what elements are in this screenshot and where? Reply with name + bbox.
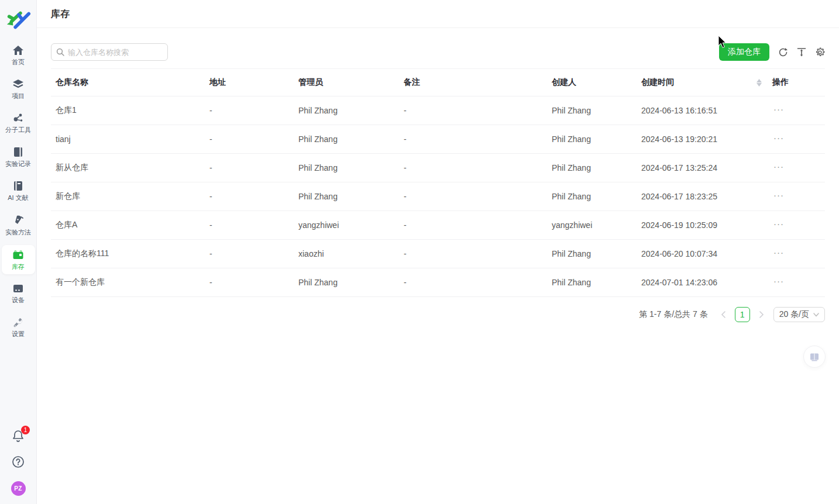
cell-creator: Phil Zhang (547, 192, 637, 201)
row-more-actions-button[interactable]: ··· (772, 219, 784, 232)
manual-book-icon (809, 353, 820, 361)
cell-created-time: 2024-06-17 18:23:25 (637, 192, 768, 201)
col-header-address: 地址 (205, 77, 294, 88)
cell-manager: xiaozhi (294, 249, 399, 258)
cell-created-time: 2024-06-20 10:07:34 (637, 249, 768, 258)
col-header-actions: 操作 (768, 77, 825, 88)
sidebar-item-ai-literature[interactable]: AI 文献 (2, 177, 35, 205)
table-header-row: 仓库名称 地址 管理员 备注 创建人 创建时间 操作 (51, 69, 825, 96)
cell-creator: Phil Zhang (547, 249, 637, 258)
chevron-right-icon (759, 311, 764, 318)
cell-remarks: - (399, 278, 547, 287)
chevron-down-icon (813, 313, 819, 317)
chevron-left-icon (721, 311, 725, 318)
cell-creator: Phil Zhang (547, 134, 637, 144)
prev-page-button[interactable] (716, 307, 730, 322)
toolbar: 添加仓库 (51, 43, 825, 61)
sidebar-item-label: 设置 (12, 330, 25, 339)
table-row[interactable]: 仓库的名称111 - xiaozhi - Phil Zhang 2024-06-… (51, 240, 825, 268)
book-icon (12, 181, 24, 191)
cell-manager: Phil Zhang (294, 106, 399, 115)
row-more-actions-button[interactable]: ··· (772, 247, 784, 261)
table-row[interactable]: 仓库1 - Phil Zhang - Phil Zhang 2024-06-13… (51, 96, 825, 125)
density-icon[interactable] (797, 47, 806, 57)
cell-warehouse-name: 新从仓库 (51, 163, 205, 173)
table-row[interactable]: 有一个新仓库 - Phil Zhang - Phil Zhang 2024-07… (51, 268, 825, 297)
sidebar-item-molecule-tools[interactable]: 分子工具 (2, 109, 35, 137)
next-page-button[interactable] (755, 307, 769, 322)
cell-actions: ··· (768, 104, 825, 118)
cell-address: - (205, 192, 294, 201)
main-content: 库存 添加仓库 (37, 0, 839, 504)
sidebar-item-label: 实验记录 (5, 160, 31, 168)
row-more-actions-button[interactable]: ··· (772, 161, 784, 175)
cell-created-time: 2024-06-17 13:25:24 (637, 163, 768, 172)
cell-manager: Phil Zhang (294, 163, 399, 172)
col-header-created-time[interactable]: 创建时间 (637, 77, 768, 88)
app-logo[interactable] (4, 7, 32, 33)
cell-address: - (205, 163, 294, 172)
pagination: 第 1-7 条/总共 7 条 1 20 条/页 (51, 307, 825, 322)
cell-actions: ··· (768, 276, 825, 289)
cell-warehouse-name: 新仓库 (51, 191, 205, 202)
device-icon (12, 284, 24, 294)
cell-actions: ··· (768, 190, 825, 203)
cell-actions: ··· (768, 161, 825, 175)
page-1-button[interactable]: 1 (735, 307, 750, 322)
page-size-label: 20 条/页 (779, 309, 809, 320)
warehouse-table: 仓库名称 地址 管理员 备注 创建人 创建时间 操作 仓库1 - (51, 68, 825, 297)
molecule-icon (12, 113, 24, 123)
page-size-select[interactable]: 20 条/页 (773, 307, 825, 322)
cell-manager: yangzhiwei (294, 220, 399, 230)
cell-creator: Phil Zhang (547, 163, 637, 172)
sidebar-item-settings[interactable]: 设置 (2, 313, 35, 341)
cell-remarks: - (399, 134, 547, 144)
sidebar-item-projects[interactable]: 项目 (2, 75, 35, 103)
search-box (51, 43, 168, 61)
sidebar-item-devices[interactable]: 设备 (2, 279, 35, 308)
cell-created-time: 2024-06-13 16:16:51 (637, 106, 768, 115)
row-more-actions-button[interactable]: ··· (772, 276, 784, 289)
column-settings-icon[interactable] (815, 47, 825, 57)
sidebar-item-home[interactable]: 首页 (2, 41, 35, 70)
cell-address: - (205, 134, 294, 144)
refresh-icon[interactable] (778, 47, 788, 57)
cell-actions: ··· (768, 219, 825, 232)
cell-warehouse-name: 仓库A (51, 220, 205, 230)
floating-manual-button[interactable] (803, 346, 826, 368)
cell-created-time: 2024-06-19 10:25:09 (637, 220, 768, 230)
table-row[interactable]: 新从仓库 - Phil Zhang - Phil Zhang 2024-06-1… (51, 154, 825, 182)
logo-ky-icon (5, 8, 31, 32)
row-more-actions-button[interactable]: ··· (772, 133, 784, 146)
sort-carets-icon[interactable] (757, 79, 762, 87)
row-more-actions-button[interactable]: ··· (772, 104, 784, 118)
sidebar-item-inventory[interactable]: 库存 (2, 245, 35, 274)
sidebar-item-label: 实验方法 (5, 228, 31, 237)
sidebar-item-experiment-methods[interactable]: 实验方法 (2, 210, 35, 240)
toolbar-actions: 添加仓库 (719, 43, 825, 61)
project-icon (12, 79, 24, 89)
notifications-button[interactable]: 1 (12, 430, 25, 445)
sidebar-item-label: 项目 (12, 92, 25, 101)
cell-manager: Phil Zhang (294, 278, 399, 287)
sidebar-item-experiment-records[interactable]: 实验记录 (2, 143, 35, 171)
col-header-name: 仓库名称 (51, 77, 205, 88)
table-row[interactable]: 仓库A - yangzhiwei - yangzhiwei 2024-06-19… (51, 211, 825, 240)
help-button[interactable] (12, 455, 25, 471)
table-row[interactable]: 新仓库 - Phil Zhang - Phil Zhang 2024-06-17… (51, 182, 825, 211)
cell-address: - (205, 220, 294, 230)
search-icon (56, 48, 64, 56)
user-avatar[interactable]: PZ (11, 481, 26, 496)
cell-manager: Phil Zhang (294, 134, 399, 144)
notebook-icon (12, 147, 24, 157)
cell-warehouse-name: tianj (51, 134, 205, 144)
row-more-actions-button[interactable]: ··· (772, 190, 784, 203)
app-root: 首页 项目 分子工具 (0, 0, 839, 504)
search-input[interactable] (68, 48, 163, 57)
col-header-creator: 创建人 (547, 77, 637, 88)
cell-warehouse-name: 仓库的名称111 (51, 248, 205, 259)
wrench-icon (12, 317, 24, 327)
table-row[interactable]: tianj - Phil Zhang - Phil Zhang 2024-06-… (51, 125, 825, 154)
add-warehouse-button[interactable]: 添加仓库 (719, 43, 769, 61)
cell-actions: ··· (768, 133, 825, 146)
